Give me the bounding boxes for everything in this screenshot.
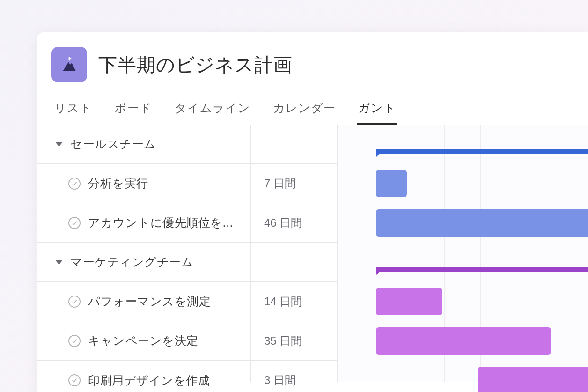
gantt-task-bar-row bbox=[338, 164, 588, 203]
task-row[interactable]: 印刷用デザインを作成 bbox=[37, 361, 250, 392]
duration-cell: 7 日間 bbox=[251, 164, 337, 203]
task-name: キャンペーンを決定 bbox=[88, 333, 198, 348]
app-window: 下半期のビジネス計画 リスト ボード タイムライン カレンダー ガント セールス… bbox=[37, 32, 588, 392]
group-row[interactable]: マーケティングチーム bbox=[37, 243, 250, 282]
check-circle-icon[interactable] bbox=[68, 217, 81, 229]
task-row[interactable]: キャンペーンを決定 bbox=[37, 321, 250, 361]
gantt-task-bar[interactable] bbox=[376, 209, 588, 237]
tab-board[interactable]: ボード bbox=[114, 96, 153, 125]
gantt-task-bar[interactable] bbox=[376, 288, 442, 315]
project-header: 下半期のビジネス計画 bbox=[37, 32, 588, 91]
gantt-task-bar-row bbox=[338, 282, 588, 321]
gantt-group-bar[interactable] bbox=[376, 149, 588, 154]
chevron-down-icon[interactable] bbox=[55, 260, 63, 265]
check-circle-icon[interactable] bbox=[68, 374, 81, 386]
gantt-group-bar-row bbox=[338, 125, 588, 164]
duration-cell bbox=[251, 125, 337, 164]
duration-cell: 46 日間 bbox=[251, 203, 337, 243]
gantt-task-bar[interactable] bbox=[478, 367, 588, 392]
task-name: パフォーマンスを測定 bbox=[88, 294, 211, 309]
task-name: アカウントに優先順位を... bbox=[88, 215, 233, 230]
group-row[interactable]: セールスチーム bbox=[37, 125, 250, 164]
check-circle-icon[interactable] bbox=[68, 178, 81, 190]
group-name: セールスチーム bbox=[70, 136, 156, 152]
duration-column: 7 日間 46 日間 14 日間 35 日間 3 日間 bbox=[251, 125, 338, 382]
task-name: 分析を実行 bbox=[88, 176, 148, 191]
mountain-flag-icon bbox=[59, 55, 79, 74]
duration-cell: 14 日間 bbox=[251, 282, 337, 321]
tab-list[interactable]: リスト bbox=[53, 96, 93, 125]
duration-cell: 35 日間 bbox=[251, 321, 337, 361]
tab-timeline[interactable]: タイムライン bbox=[174, 96, 251, 125]
duration-cell bbox=[251, 243, 337, 282]
gantt-task-bar[interactable] bbox=[376, 170, 407, 197]
task-name: 印刷用デザインを作成 bbox=[88, 373, 210, 388]
gantt-task-bar[interactable] bbox=[376, 327, 551, 355]
chevron-down-icon[interactable] bbox=[55, 142, 63, 147]
gantt-group-bar-row bbox=[338, 243, 588, 282]
tab-gantt[interactable]: ガント bbox=[357, 96, 397, 125]
gantt-timeline[interactable] bbox=[338, 125, 588, 382]
gantt-task-bar-row bbox=[338, 321, 588, 361]
tab-calendar[interactable]: カレンダー bbox=[272, 96, 337, 125]
task-row[interactable]: 分析を実行 bbox=[37, 164, 250, 203]
task-row[interactable]: アカウントに優先順位を... bbox=[37, 203, 250, 243]
gantt-content: セールスチーム 分析を実行 アカウントに優先順位を... bbox=[37, 125, 588, 382]
gantt-task-bar-row bbox=[338, 203, 588, 243]
view-tabs: リスト ボード タイムライン カレンダー ガント bbox=[37, 96, 588, 125]
gantt-group-bar[interactable] bbox=[376, 267, 588, 272]
project-title: 下半期のビジネス計画 bbox=[98, 52, 293, 78]
check-circle-icon[interactable] bbox=[68, 335, 81, 347]
project-icon[interactable] bbox=[51, 47, 87, 82]
task-name-column: セールスチーム 分析を実行 アカウントに優先順位を... bbox=[37, 125, 251, 382]
task-row[interactable]: パフォーマンスを測定 bbox=[37, 282, 250, 321]
group-name: マーケティングチーム bbox=[70, 254, 193, 270]
gantt-task-bar-row bbox=[338, 361, 588, 392]
check-circle-icon[interactable] bbox=[68, 296, 81, 308]
duration-cell: 3 日間 bbox=[251, 361, 337, 392]
